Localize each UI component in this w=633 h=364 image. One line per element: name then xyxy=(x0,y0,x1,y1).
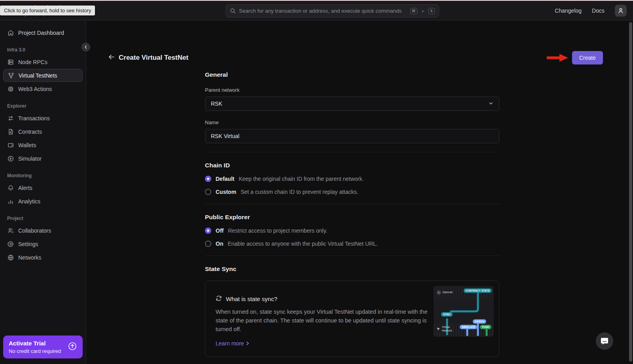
option-description: Enable access to anyone with the public … xyxy=(227,241,377,247)
learn-more-label: Learn more xyxy=(216,340,244,347)
sidebar-item-wallets[interactable]: Wallets xyxy=(3,138,83,152)
activate-trial-card[interactable]: Activate Trial No credit card required xyxy=(3,336,83,358)
public-explorer-option-on[interactable]: On Enable access to anyone with the publ… xyxy=(205,241,499,247)
user-icon xyxy=(618,8,624,14)
parent-network-select[interactable]: RSK xyxy=(205,97,499,111)
illustration-mainnet-node: ✛ Mainnet xyxy=(437,290,453,295)
divider xyxy=(205,256,499,256)
sidebar-item-collaborators[interactable]: Collaborators xyxy=(3,224,83,237)
sidebar-item-node-rpcs[interactable]: Node RPCs xyxy=(3,55,83,68)
trial-subtitle: No credit card required xyxy=(9,348,68,354)
section-title-state-sync: State Sync xyxy=(205,265,499,273)
sidebar-item-networks[interactable]: Networks xyxy=(3,251,83,264)
bell-icon xyxy=(7,184,14,191)
people-icon xyxy=(7,227,14,234)
sidebar-item-label: Collaborators xyxy=(18,228,51,234)
sync-pill: SYNC xyxy=(441,312,453,317)
sidebar-section-monitoring: Monitoring xyxy=(7,173,79,178)
create-button[interactable]: Create xyxy=(572,51,603,64)
option-description: Restrict access to project members only. xyxy=(228,228,327,234)
globe-icon xyxy=(7,254,14,261)
vertical-scrollbar[interactable] xyxy=(629,22,632,362)
chat-widget-button[interactable] xyxy=(596,332,613,350)
radio-selected-icon[interactable] xyxy=(205,228,211,234)
sidebar-item-project-dashboard[interactable]: Project Dashboard xyxy=(3,26,83,39)
cursor-icon xyxy=(437,327,440,331)
name-input[interactable] xyxy=(205,129,499,143)
sidebar-item-web3-actions[interactable]: Web3 Actions xyxy=(3,82,83,95)
sidebar-item-simulator[interactable]: Simulator xyxy=(3,152,83,165)
kbd-separator: + xyxy=(422,9,424,13)
section-title-public-explorer: Public Explorer xyxy=(205,214,499,221)
sidebar-section-infra: Infra 3.0 xyxy=(7,47,79,53)
cpu-chip-icon xyxy=(7,85,14,92)
learn-more-link[interactable]: Learn more xyxy=(216,340,250,347)
chevron-down-icon xyxy=(489,100,493,107)
sidebar-item-settings[interactable]: Settings xyxy=(3,237,83,250)
user-menu-button[interactable] xyxy=(615,5,627,17)
sidebar-item-label: Virtual TestNets xyxy=(19,72,57,79)
option-description: Set a custom chain ID to prevent replay … xyxy=(241,189,358,195)
history-tooltip: Click to go forward, hold to see history xyxy=(0,6,95,15)
arrow-left-icon xyxy=(108,53,115,61)
option-label: Custom xyxy=(216,189,236,195)
section-title-chain-id: Chain ID xyxy=(205,162,499,169)
sidebar-item-analytics[interactable]: Analytics xyxy=(3,195,83,208)
sidebar-section-explorer: Explorer xyxy=(7,103,79,109)
sidebar-item-virtual-testnets[interactable]: Virtual TestNets xyxy=(3,69,83,82)
sidebar-item-label: Transactions xyxy=(18,115,50,121)
sidebar-item-label: Web3 Actions xyxy=(18,86,52,92)
mainnet-label: Mainnet xyxy=(443,291,453,294)
contract-state-pill: CONTRACT STATE xyxy=(464,288,492,293)
radio-unselected-icon[interactable] xyxy=(205,241,211,247)
sidebar-item-label: Analytics xyxy=(18,198,40,205)
create-testnet-form: General Parent network RSK Name Chain ID… xyxy=(205,71,499,364)
sidebar-item-contracts[interactable]: Contracts xyxy=(3,125,83,138)
chain-id-option-custom[interactable]: Custom Set a custom chain ID to prevent … xyxy=(205,189,499,195)
sidebar-item-label: Simulator xyxy=(18,155,42,162)
option-label: On xyxy=(216,241,223,247)
kbd-k: k xyxy=(428,8,435,14)
docs-link[interactable]: Docs xyxy=(592,8,605,14)
public-explorer-option-off[interactable]: Off Restrict access to project members o… xyxy=(205,228,499,234)
radio-selected-icon[interactable] xyxy=(205,176,211,182)
divider xyxy=(205,152,499,152)
play-circle-icon xyxy=(7,155,14,162)
sidebar-item-label: Wallets xyxy=(18,142,36,148)
search-icon xyxy=(230,8,236,14)
kbd-cmd: ⌘ xyxy=(410,8,417,14)
mainnet-icon: ✛ xyxy=(437,290,441,295)
option-description: Keep the original chain ID from the pare… xyxy=(239,176,364,182)
back-button[interactable] xyxy=(108,53,115,62)
global-search-input[interactable]: Search for any transaction or address, a… xyxy=(226,4,439,17)
sidebar-item-label: Contracts xyxy=(18,129,42,135)
sidebar: Project Dashboard Infra 3.0 Node RPCs Vi… xyxy=(0,21,86,364)
swap-arrows-icon xyxy=(7,115,14,121)
state-sync-question: What is state sync? xyxy=(226,296,277,302)
wallet-icon xyxy=(7,142,14,148)
sidebar-item-label: Networks xyxy=(18,254,41,261)
home-icon xyxy=(7,29,14,36)
section-title-general: General xyxy=(205,71,499,78)
parent-network-label: Parent network xyxy=(205,87,499,93)
virtual-network-label: Virtual Network xyxy=(442,326,454,332)
sidebar-item-alerts[interactable]: Alerts xyxy=(3,181,83,194)
sidebar-collapse-button[interactable] xyxy=(81,43,90,51)
option-label: Off xyxy=(216,228,224,234)
changelog-link[interactable]: Changelog xyxy=(555,8,582,14)
annotation-arrow xyxy=(546,53,569,62)
fund-pill: FUND xyxy=(480,325,491,329)
simulate-pill: SIMULATE xyxy=(460,325,477,329)
chain-id-option-default[interactable]: Default Keep the original chain ID from … xyxy=(205,176,499,182)
server-icon xyxy=(7,59,14,65)
radio-unselected-icon[interactable] xyxy=(205,189,211,195)
contract-file-icon xyxy=(7,128,14,135)
state-sync-description: When turned on, state sync keeps your Vi… xyxy=(216,308,437,334)
sidebar-item-transactions[interactable]: Transactions xyxy=(3,112,83,125)
parent-network-value: RSK xyxy=(211,100,222,107)
name-label: Name xyxy=(205,119,499,125)
chat-bubble-icon xyxy=(600,337,609,345)
main-content: Create Virtual TestNet Create General Pa… xyxy=(86,21,633,364)
sidebar-item-label: Project Dashboard xyxy=(18,30,64,36)
sidebar-item-label: Node RPCs xyxy=(18,59,47,65)
